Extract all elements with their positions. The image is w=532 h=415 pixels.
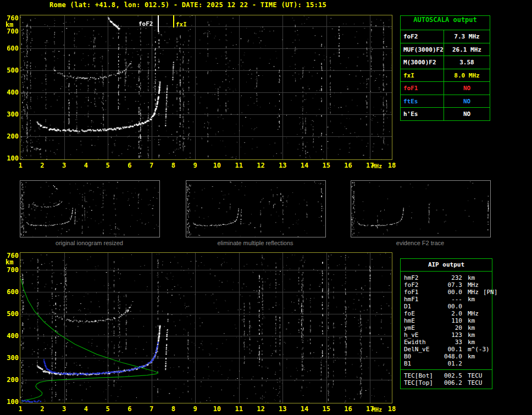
x-tick-label: 7 (149, 405, 153, 413)
aip-row: TEC[Top]006.2TECU (404, 379, 492, 386)
aip-row-name: hmF1 (404, 296, 438, 303)
autoscala-row: MUF(3000)F226.1 MHz (401, 43, 490, 57)
autoscala-row-value: NO (444, 82, 490, 95)
aip-row-unit: MHz (468, 289, 479, 296)
x-tick-label: 6 (128, 162, 131, 169)
thumbnail-panel (186, 180, 326, 237)
x-tick-label: 10 (213, 405, 221, 413)
autoscala-row-value: 7.3 MHz (444, 30, 490, 43)
aip-row-value: 00.1 (438, 346, 462, 353)
x-tick-label: 5 (106, 162, 109, 169)
x-tick-label: 18 (388, 162, 396, 169)
thumbnail-caption: original ionogram resized (20, 240, 159, 246)
x-tick-label: 4 (84, 162, 88, 169)
aip-row: foF100.0MHz[PN] (404, 289, 492, 296)
autoscala-row-value: 3.58 (444, 56, 490, 69)
aip-row-name: foE (404, 310, 438, 317)
aip-row: B101.2 (404, 360, 492, 367)
x-tick-label: 18 (388, 405, 396, 413)
thumbnail-canvas (186, 181, 325, 237)
x-tick-label: 7 (149, 162, 153, 169)
autoscala-row: foF1NO (401, 82, 490, 95)
aip-row-value: 01.2 (438, 360, 462, 367)
autoscala-row-label: MUF(3000)F2 (401, 43, 444, 56)
y-tick-label: 100 (3, 398, 19, 406)
aip-row-value: 110 (438, 317, 462, 324)
thumbnail-panel (351, 180, 491, 237)
x-tick-label: 3 (62, 405, 66, 413)
aip-row-name: D1 (404, 303, 438, 310)
bottom-ionogram-canvas (20, 253, 392, 403)
y-tick-label: 700 (3, 27, 19, 35)
aip-row-name: Ewidth (404, 339, 438, 346)
aip-row-value: 123 (438, 331, 462, 339)
aip-row-name: B1 (404, 360, 438, 367)
aip-row: foE2.0MHz (404, 310, 492, 317)
thumbnail-canvas (20, 181, 159, 237)
fxI-marker-label: fxI (176, 21, 187, 28)
top-ionogram-canvas (20, 15, 392, 159)
foF2-marker-line (158, 15, 159, 32)
aip-row: B0048.0km (404, 353, 492, 360)
aip-row-value: 006.2 (440, 379, 462, 386)
y-tick-label: 400 (3, 332, 19, 340)
aip-row-value: 232 (438, 274, 462, 281)
aip-row: D100.0 (404, 303, 492, 310)
thumbnail-canvas (351, 181, 490, 237)
aip-row: hmE110km (404, 317, 492, 324)
aip-output-table: AIP output hmF2232kmfoF207.3MHzfoF100.0M… (400, 258, 492, 389)
x-tick-label: 2 (40, 162, 44, 169)
y-tick-label: 300 (3, 110, 19, 118)
autoscala-row: fxI8.0 MHz (401, 69, 490, 82)
aip-row-value: 002.5 (440, 372, 462, 379)
x-tick-label: 11 (235, 405, 242, 413)
aip-row: hmF2232km (404, 274, 492, 281)
aip-row-name: B0 (404, 353, 438, 360)
x-tick-label: 9 (193, 162, 197, 169)
x-tick-label: 1 (18, 405, 22, 413)
aip-row-value: 048.0 (438, 353, 462, 360)
x-tick-label: 15 (322, 162, 330, 169)
x-tick-label: 12 (257, 405, 264, 413)
aip-row-value: 00.0 (438, 303, 462, 310)
x-tick-label: 12 (257, 162, 264, 169)
aip-row-name: TEC[Bot] (404, 372, 440, 379)
aip-table-title: AIP output (401, 259, 492, 272)
aip-row-unit: TECU (468, 372, 483, 379)
foF2-marker-label: foF2 (138, 20, 153, 27)
aip-row-unit: km (468, 296, 475, 303)
autoscala-window: Rome (lat: +41.8, lon: 012.5) - DATE: 20… (0, 0, 532, 415)
aip-row-value: 07.3 (438, 281, 462, 289)
x-tick-label: 11 (235, 162, 242, 169)
y-tick-label: 500 (3, 310, 19, 318)
x-tick-label: 13 (279, 405, 286, 413)
aip-tec-rows: TEC[Bot]002.5TECUTEC[Top]006.2TECU (401, 369, 492, 389)
y-axis-unit-label: km (5, 258, 13, 266)
y-tick-label: 100 (3, 154, 19, 162)
autoscala-row: M(3000)F23.58 (401, 56, 490, 69)
x-tick-label: 8 (171, 405, 175, 413)
autoscala-row-value: NO (444, 95, 490, 108)
autoscala-row-value: 26.1 MHz (444, 43, 490, 56)
aip-row-name: TEC[Top] (404, 379, 440, 386)
aip-row-unit: TECU (468, 379, 483, 386)
x-tick-label: 4 (84, 405, 88, 413)
autoscala-row-label: h'Es (401, 108, 444, 120)
y-tick-label: 600 (3, 288, 19, 296)
aip-row: foF207.3MHz (404, 281, 492, 289)
autoscala-row-value: 8.0 MHz (444, 69, 490, 82)
fxI-marker-line (173, 15, 174, 27)
aip-row-unit: km (468, 324, 475, 331)
x-tick-label: 6 (128, 405, 131, 413)
aip-row: TEC[Bot]002.5TECU (404, 372, 492, 379)
aip-row-unit: km (468, 353, 475, 360)
aip-row-note: [PN] (483, 289, 498, 296)
aip-row-value: 20 (438, 324, 462, 331)
y-tick-label: 700 (3, 266, 19, 274)
aip-row-unit: km (468, 274, 475, 281)
aip-row-unit: km (468, 317, 475, 324)
x-axis-unit-label: MHz (372, 163, 382, 169)
aip-row: hmF1---km (404, 296, 492, 303)
x-axis-unit-label: MHz (372, 407, 382, 413)
aip-row-value: --- (438, 296, 462, 303)
